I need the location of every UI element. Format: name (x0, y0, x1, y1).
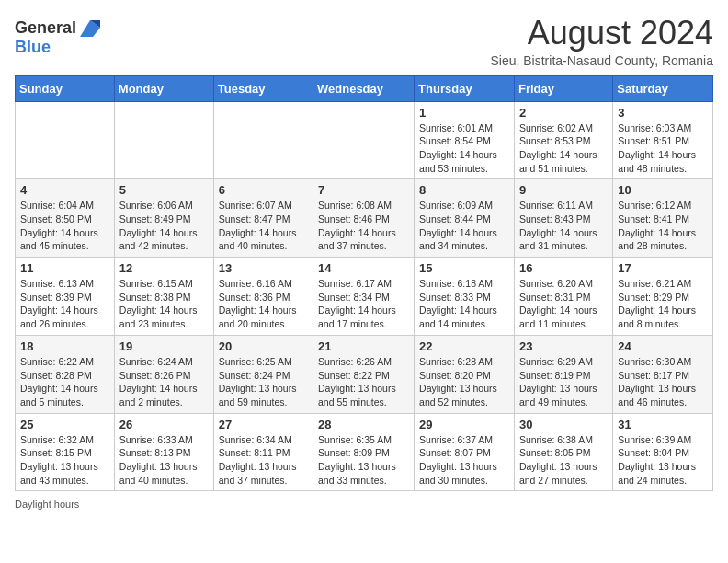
calendar-cell: 25Sunrise: 6:32 AM Sunset: 8:15 PM Dayli… (16, 413, 115, 491)
day-number: 15 (419, 261, 509, 275)
calendar-cell: 9Sunrise: 6:11 AM Sunset: 8:43 PM Daylig… (514, 179, 612, 258)
header: General Blue August 2024 Sieu, Bistrita-… (15, 15, 713, 68)
calendar-cell (313, 101, 415, 179)
day-number: 21 (318, 339, 409, 353)
day-number: 22 (419, 339, 509, 353)
calendar-cell: 11Sunrise: 6:13 AM Sunset: 8:39 PM Dayli… (16, 258, 115, 336)
calendar-day-header: Thursday (415, 75, 515, 101)
day-info: Sunrise: 6:30 AM Sunset: 8:17 PM Dayligh… (618, 355, 708, 409)
calendar-week-row: 4Sunrise: 6:04 AM Sunset: 8:50 PM Daylig… (16, 179, 713, 258)
day-info: Sunrise: 6:12 AM Sunset: 8:41 PM Dayligh… (618, 199, 708, 253)
calendar-day-header: Saturday (613, 75, 713, 101)
day-number: 26 (119, 418, 209, 431)
calendar-cell: 19Sunrise: 6:24 AM Sunset: 8:26 PM Dayli… (114, 335, 213, 413)
calendar-day-header: Tuesday (213, 75, 313, 101)
calendar-cell: 14Sunrise: 6:17 AM Sunset: 8:34 PM Dayli… (313, 258, 415, 336)
calendar-cell (114, 101, 213, 179)
day-number: 8 (419, 183, 509, 197)
calendar-cell: 12Sunrise: 6:15 AM Sunset: 8:38 PM Dayli… (114, 258, 213, 336)
day-number: 20 (219, 339, 308, 353)
day-info: Sunrise: 6:13 AM Sunset: 8:39 PM Dayligh… (20, 277, 109, 331)
day-info: Sunrise: 6:15 AM Sunset: 8:38 PM Dayligh… (119, 277, 209, 331)
day-info: Sunrise: 6:24 AM Sunset: 8:26 PM Dayligh… (119, 355, 209, 409)
calendar-cell: 2Sunrise: 6:02 AM Sunset: 8:53 PM Daylig… (514, 101, 612, 179)
calendar-cell (213, 101, 313, 179)
calendar-cell: 6Sunrise: 6:07 AM Sunset: 8:47 PM Daylig… (213, 179, 313, 258)
day-number: 7 (318, 183, 409, 197)
calendar-cell: 17Sunrise: 6:21 AM Sunset: 8:29 PM Dayli… (613, 258, 713, 336)
day-number: 1 (419, 106, 509, 120)
day-info: Sunrise: 6:38 AM Sunset: 8:05 PM Dayligh… (519, 433, 608, 488)
calendar-cell: 20Sunrise: 6:25 AM Sunset: 8:24 PM Dayli… (213, 335, 313, 413)
day-number: 25 (20, 418, 109, 431)
day-info: Sunrise: 6:26 AM Sunset: 8:22 PM Dayligh… (318, 355, 409, 409)
subtitle: Sieu, Bistrita-Nasaud County, Romania (490, 53, 713, 68)
day-number: 27 (219, 418, 308, 431)
day-info: Sunrise: 6:11 AM Sunset: 8:43 PM Dayligh… (519, 199, 608, 253)
day-info: Sunrise: 6:02 AM Sunset: 8:53 PM Dayligh… (519, 121, 608, 176)
day-info: Sunrise: 6:06 AM Sunset: 8:49 PM Dayligh… (119, 199, 209, 253)
calendar-day-header: Sunday (16, 75, 115, 101)
calendar-table: SundayMondayTuesdayWednesdayThursdayFrid… (15, 75, 713, 492)
day-number: 5 (119, 183, 209, 197)
day-number: 17 (618, 261, 708, 275)
calendar-cell: 1Sunrise: 6:01 AM Sunset: 8:54 PM Daylig… (415, 101, 515, 179)
day-number: 28 (318, 418, 409, 431)
day-number: 23 (519, 339, 608, 353)
calendar-cell: 23Sunrise: 6:29 AM Sunset: 8:19 PM Dayli… (514, 335, 612, 413)
day-number: 11 (20, 261, 109, 275)
day-number: 29 (419, 418, 509, 431)
day-info: Sunrise: 6:29 AM Sunset: 8:19 PM Dayligh… (519, 355, 608, 409)
day-number: 2 (519, 106, 608, 120)
day-info: Sunrise: 6:35 AM Sunset: 8:09 PM Dayligh… (318, 433, 409, 488)
calendar-day-header: Friday (514, 75, 612, 101)
day-info: Sunrise: 6:18 AM Sunset: 8:33 PM Dayligh… (419, 277, 509, 331)
calendar-cell: 30Sunrise: 6:38 AM Sunset: 8:05 PM Dayli… (514, 413, 612, 491)
calendar-cell: 22Sunrise: 6:28 AM Sunset: 8:20 PM Dayli… (415, 335, 515, 413)
calendar-cell: 16Sunrise: 6:20 AM Sunset: 8:31 PM Dayli… (514, 258, 612, 336)
day-info: Sunrise: 6:22 AM Sunset: 8:28 PM Dayligh… (20, 355, 109, 409)
day-number: 10 (618, 183, 708, 197)
calendar-week-row: 11Sunrise: 6:13 AM Sunset: 8:39 PM Dayli… (16, 258, 713, 336)
calendar-cell: 31Sunrise: 6:39 AM Sunset: 8:04 PM Dayli… (613, 413, 713, 491)
day-number: 30 (519, 418, 608, 431)
day-number: 18 (20, 339, 109, 353)
calendar-header-row: SundayMondayTuesdayWednesdayThursdayFrid… (16, 75, 713, 101)
day-number: 13 (219, 261, 308, 275)
day-info: Sunrise: 6:20 AM Sunset: 8:31 PM Dayligh… (519, 277, 608, 331)
day-info: Sunrise: 6:28 AM Sunset: 8:20 PM Dayligh… (419, 355, 509, 409)
calendar-day-header: Monday (114, 75, 213, 101)
calendar-cell: 13Sunrise: 6:16 AM Sunset: 8:36 PM Dayli… (213, 258, 313, 336)
calendar-cell: 5Sunrise: 6:06 AM Sunset: 8:49 PM Daylig… (114, 179, 213, 258)
logo: General Blue (15, 15, 100, 57)
day-info: Sunrise: 6:01 AM Sunset: 8:54 PM Dayligh… (419, 121, 509, 176)
logo-icon (80, 20, 100, 37)
day-info: Sunrise: 6:21 AM Sunset: 8:29 PM Dayligh… (618, 277, 708, 331)
calendar-cell: 27Sunrise: 6:34 AM Sunset: 8:11 PM Dayli… (213, 413, 313, 491)
day-info: Sunrise: 6:34 AM Sunset: 8:11 PM Dayligh… (219, 433, 308, 488)
day-info: Sunrise: 6:16 AM Sunset: 8:36 PM Dayligh… (219, 277, 308, 331)
calendar-cell: 3Sunrise: 6:03 AM Sunset: 8:51 PM Daylig… (613, 101, 713, 179)
calendar-week-row: 18Sunrise: 6:22 AM Sunset: 8:28 PM Dayli… (16, 335, 713, 413)
logo-blue-text: Blue (15, 38, 51, 56)
calendar-cell: 4Sunrise: 6:04 AM Sunset: 8:50 PM Daylig… (16, 179, 115, 258)
day-info: Sunrise: 6:37 AM Sunset: 8:07 PM Dayligh… (419, 433, 509, 488)
day-info: Sunrise: 6:17 AM Sunset: 8:34 PM Dayligh… (318, 277, 409, 331)
day-info: Sunrise: 6:04 AM Sunset: 8:50 PM Dayligh… (20, 199, 109, 253)
day-number: 12 (119, 261, 209, 275)
calendar-day-header: Wednesday (313, 75, 415, 101)
day-number: 9 (519, 183, 608, 197)
calendar-cell: 26Sunrise: 6:33 AM Sunset: 8:13 PM Dayli… (114, 413, 213, 491)
day-info: Sunrise: 6:08 AM Sunset: 8:46 PM Dayligh… (318, 199, 409, 253)
calendar-cell: 24Sunrise: 6:30 AM Sunset: 8:17 PM Dayli… (613, 335, 713, 413)
day-info: Sunrise: 6:09 AM Sunset: 8:44 PM Dayligh… (419, 199, 509, 253)
day-number: 24 (618, 339, 708, 353)
day-info: Sunrise: 6:03 AM Sunset: 8:51 PM Dayligh… (618, 121, 708, 176)
calendar-week-row: 1Sunrise: 6:01 AM Sunset: 8:54 PM Daylig… (16, 101, 713, 179)
logo-general-text: General (15, 18, 76, 38)
day-number: 31 (618, 418, 708, 431)
daylight-hours-label: Daylight hours (15, 499, 79, 510)
day-number: 16 (519, 261, 608, 275)
calendar-cell: 21Sunrise: 6:26 AM Sunset: 8:22 PM Dayli… (313, 335, 415, 413)
main-title: August 2024 (490, 15, 713, 52)
